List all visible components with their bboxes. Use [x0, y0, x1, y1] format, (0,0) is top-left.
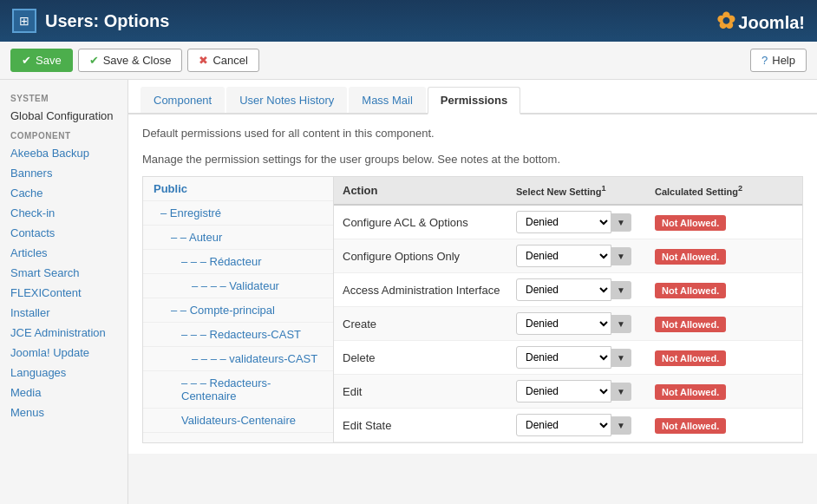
select-setting-wrapper: Denied Inherited Allowed ▼ [516, 414, 655, 436]
select-setting-wrapper: Denied Inherited Allowed ▼ [516, 211, 655, 233]
not-allowed-badge: Not Allowed. [655, 249, 726, 265]
calculated-setting-cell: Not Allowed. [655, 351, 794, 364]
app-icon: ⊞ [12, 9, 36, 33]
sidebar-item-akeeba[interactable]: Akeeba Backup [0, 143, 127, 163]
select-arrow-icon-4[interactable]: ▼ [611, 349, 631, 367]
group-validateurs-centenaire[interactable]: Validateurs-Centenaire [143, 409, 333, 433]
sidebar-section-component: COMPONENT [0, 126, 127, 143]
sidebar-item-media[interactable]: Media [0, 383, 127, 403]
perm-select-3[interactable]: Denied Inherited Allowed [516, 312, 611, 335]
content-area: SYSTEM Global Configuration COMPONENT Ak… [0, 80, 817, 504]
actions-table: Action Select New Setting1 Calculated Se… [334, 177, 802, 442]
save-check-icon: ✔ [22, 54, 31, 67]
sidebar-item-cache[interactable]: Cache [0, 183, 127, 203]
sidebar-item-articles[interactable]: Articles [0, 243, 127, 263]
actions-table-header: Action Select New Setting1 Calculated Se… [334, 177, 802, 206]
not-allowed-badge: Not Allowed. [655, 418, 726, 434]
group-redacteurs-cast[interactable]: – – – Redacteurs-CAST [143, 323, 333, 347]
select-setting-wrapper: Denied Inherited Allowed ▼ [516, 278, 655, 301]
perm-select-1[interactable]: Denied Inherited Allowed [516, 245, 611, 267]
perm-desc-1: Default permissions used for all content… [142, 125, 803, 142]
group-enregistre[interactable]: – Enregistré [143, 201, 333, 226]
joomla-logo: ✿ Joomla! [716, 8, 805, 35]
action-name: Configure ACL & Options [343, 216, 516, 229]
action-name: Configure Options Only [343, 250, 516, 263]
perm-select-6[interactable]: Denied Inherited Allowed [516, 414, 611, 436]
not-allowed-badge: Not Allowed. [655, 350, 726, 366]
header: ⊞ Users: Options ✿ Joomla! [0, 0, 817, 42]
tab-permissions[interactable]: Permissions [428, 87, 520, 115]
sidebar-item-contacts[interactable]: Contacts [0, 223, 127, 243]
group-compte-principal[interactable]: – – Compte-principal [143, 298, 333, 323]
group-validateur[interactable]: – – – – Validateur [143, 274, 333, 298]
save-close-button[interactable]: ✔ Save & Close [78, 49, 183, 72]
action-rows-container: Configure ACL & Options Denied Inherited… [334, 206, 802, 442]
sidebar-item-smart-search[interactable]: Smart Search [0, 263, 127, 283]
groups-panel: Public – Enregistré – – Auteur – – – Réd… [143, 177, 334, 442]
select-arrow-icon-5[interactable]: ▼ [611, 383, 631, 401]
help-question-icon: ? [761, 54, 768, 67]
sidebar: SYSTEM Global Configuration COMPONENT Ak… [0, 80, 128, 504]
select-arrow-icon-0[interactable]: ▼ [611, 213, 631, 232]
main-content: Component User Notes History Mass Mail P… [128, 80, 817, 504]
calculated-setting-cell: Not Allowed. [655, 317, 794, 331]
select-arrow-icon-6[interactable]: ▼ [611, 416, 631, 435]
action-name: Edit [343, 385, 516, 398]
page-title: Users: Options [45, 11, 169, 31]
select-arrow-icon-1[interactable]: ▼ [611, 247, 631, 265]
tab-user-notes-history[interactable]: User Notes History [226, 87, 347, 113]
save-close-check-icon: ✔ [89, 54, 99, 67]
col-action-header: Action [343, 184, 516, 197]
sidebar-item-flexicontent[interactable]: FLEXIContent [0, 283, 127, 303]
header-left: ⊞ Users: Options [12, 9, 169, 33]
action-row: Configure ACL & Options Denied Inherited… [334, 206, 802, 239]
sidebar-item-languages[interactable]: Languages [0, 363, 127, 383]
perm-select-2[interactable]: Denied Inherited Allowed [516, 278, 611, 301]
group-public[interactable]: Public [143, 177, 333, 201]
sidebar-item-joomla-update[interactable]: Joomla! Update [0, 343, 127, 363]
perm-select-5[interactable]: Denied Inherited Allowed [516, 380, 611, 403]
not-allowed-badge: Not Allowed. [655, 317, 726, 332]
select-setting-wrapper: Denied Inherited Allowed ▼ [516, 245, 655, 267]
sidebar-item-installer[interactable]: Installer [0, 303, 127, 323]
tab-component[interactable]: Component [141, 87, 225, 113]
calculated-setting-cell: Not Allowed. [655, 250, 794, 263]
select-setting-wrapper: Denied Inherited Allowed ▼ [516, 346, 655, 369]
save-button[interactable]: ✔ Save [10, 49, 73, 72]
permissions-area: Public – Enregistré – – Auteur – – – Réd… [142, 176, 803, 443]
not-allowed-badge: Not Allowed. [655, 384, 726, 400]
group-redacteurs-centenaire[interactable]: – – – Redacteurs-Centenaire [143, 371, 333, 409]
not-allowed-badge: Not Allowed. [655, 215, 726, 231]
perm-select-0[interactable]: Denied Inherited Allowed [516, 211, 611, 233]
permissions-content: Default permissions used for all content… [128, 115, 817, 454]
select-setting-wrapper: Denied Inherited Allowed ▼ [516, 380, 655, 403]
sidebar-item-banners[interactable]: Banners [0, 163, 127, 183]
col-select-setting-header: Select New Setting1 [516, 184, 655, 197]
select-arrow-icon-2[interactable]: ▼ [611, 281, 631, 299]
perm-select-4[interactable]: Denied Inherited Allowed [516, 346, 611, 369]
group-auteur[interactable]: – – Auteur [143, 226, 333, 250]
action-row: Delete Denied Inherited Allowed ▼ Not Al… [334, 341, 802, 375]
toolbar: ✔ Save ✔ Save & Close ✖ Cancel ? Help [0, 42, 817, 80]
action-name: Delete [343, 351, 516, 364]
calculated-setting-cell: Not Allowed. [655, 385, 794, 398]
group-redacteur[interactable]: – – – Rédacteur [143, 250, 333, 274]
cancel-button[interactable]: ✖ Cancel [187, 49, 258, 72]
tabs-bar: Component User Notes History Mass Mail P… [128, 80, 817, 115]
calculated-setting-cell: Not Allowed. [655, 284, 794, 297]
action-row: Create Denied Inherited Allowed ▼ Not Al… [334, 307, 802, 341]
action-row: Access Administration Interface Denied I… [334, 273, 802, 307]
sidebar-section-system: SYSTEM [0, 88, 127, 106]
select-arrow-icon-3[interactable]: ▼ [611, 315, 631, 333]
help-button[interactable]: ? Help [750, 49, 807, 72]
sidebar-item-checkin[interactable]: Check-in [0, 203, 127, 223]
tab-mass-mail[interactable]: Mass Mail [349, 87, 426, 113]
calculated-setting-cell: Not Allowed. [655, 216, 794, 229]
calculated-setting-cell: Not Allowed. [655, 419, 794, 432]
action-name: Create [343, 317, 516, 331]
group-validateurs-cast[interactable]: – – – – validateurs-CAST [143, 347, 333, 371]
sidebar-item-jce-admin[interactable]: JCE Administration [0, 323, 127, 343]
action-row: Configure Options Only Denied Inherited … [334, 239, 802, 273]
sidebar-item-menus[interactable]: Menus [0, 403, 127, 422]
col-calculated-setting-header: Calculated Setting2 [655, 184, 794, 197]
